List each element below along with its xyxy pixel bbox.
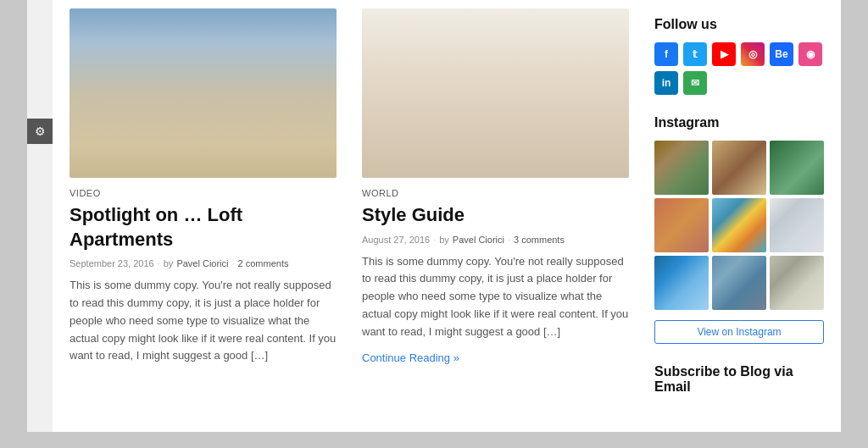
post-meta-1: September 23, 2016 · by Pavel Ciorici · …	[70, 258, 337, 268]
right-sidebar: Follow us f 𝕥 ▶ ◎ Be ◉ in ✉ Instagram	[654, 8, 824, 415]
post-date-1: September 23, 2016	[70, 258, 154, 268]
gear-button[interactable]: ⚙	[27, 119, 53, 144]
post-image-fashion	[362, 8, 629, 178]
continue-reading-link[interactable]: Continue Reading »	[362, 351, 459, 364]
post-comments-2[interactable]: 3 comments	[514, 235, 565, 245]
post-category-1: Video	[70, 188, 337, 198]
subscribe-section: Subscribe to Blog via Email	[654, 364, 824, 395]
social-icons-container: f 𝕥 ▶ ◎ Be ◉ in ✉	[654, 42, 824, 95]
instagram-thumb-5[interactable]	[712, 198, 766, 252]
follow-title: Follow us	[654, 17, 824, 32]
post-excerpt-1: This is some dummy copy. You're not real…	[70, 277, 337, 365]
post-card-2: World Style Guide August 27, 2016 · by P…	[362, 8, 629, 415]
post-meta-2: August 27, 2016 · by Pavel Ciorici · 3 c…	[362, 235, 629, 245]
instagram-thumb-7[interactable]	[654, 256, 709, 310]
view-instagram-button[interactable]: View on Instagram	[654, 320, 824, 344]
behance-icon[interactable]: Be	[770, 42, 793, 66]
post-author-2[interactable]: Pavel Ciorici	[453, 235, 504, 245]
instagram-thumb-9[interactable]	[770, 256, 824, 310]
post-title-1: Spotlight on … Loft Apartments	[70, 203, 337, 252]
post-image-loft	[70, 8, 337, 178]
facebook-icon[interactable]: f	[654, 42, 678, 66]
post-card-1: Video Spotlight on … Loft Apartments Sep…	[70, 8, 337, 415]
posts-area: Video Spotlight on … Loft Apartments Sep…	[70, 8, 629, 415]
instagram-section: Instagram View on Instagram	[654, 115, 824, 344]
post-date-2: August 27, 2016	[362, 235, 430, 245]
instagram-title: Instagram	[654, 115, 824, 130]
post-comments-1[interactable]: 2 comments	[238, 258, 289, 268]
left-sidebar: ⚙	[27, 0, 53, 432]
subscribe-title: Subscribe to Blog via Email	[654, 364, 824, 395]
instagram-thumb-8[interactable]	[712, 256, 766, 310]
post-author-1[interactable]: Pavel Ciorici	[176, 258, 228, 268]
instagram-thumb-4[interactable]	[654, 198, 709, 252]
instagram-thumb-6[interactable]	[770, 198, 824, 252]
linkedin-icon[interactable]: in	[654, 71, 678, 95]
post-title-2: Style Guide	[362, 203, 629, 228]
instagram-thumb-1[interactable]	[654, 141, 709, 195]
dribbble-icon[interactable]: ◉	[798, 42, 822, 66]
instagram-social-icon[interactable]: ◎	[741, 42, 765, 66]
post-category-2: World	[362, 188, 629, 198]
instagram-thumb-2[interactable]	[712, 141, 766, 195]
email-icon[interactable]: ✉	[683, 71, 707, 95]
follow-section: Follow us f 𝕥 ▶ ◎ Be ◉ in ✉	[654, 17, 824, 95]
main-content: Video Spotlight on … Loft Apartments Sep…	[53, 0, 841, 432]
instagram-thumb-3[interactable]	[770, 141, 824, 195]
twitter-icon[interactable]: 𝕥	[683, 42, 707, 66]
post-excerpt-2: This is some dummy copy. You're not real…	[362, 253, 629, 341]
youtube-icon[interactable]: ▶	[712, 42, 736, 66]
instagram-grid	[654, 141, 824, 310]
